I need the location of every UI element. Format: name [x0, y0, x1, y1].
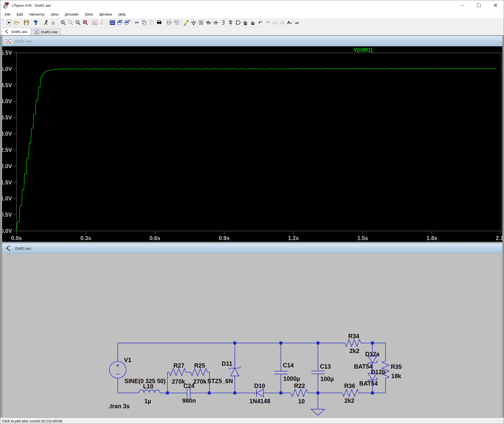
ground-button[interactable]: [190, 19, 197, 26]
label-D11-ref[interactable]: D11: [222, 361, 232, 367]
waveform-plot-area[interactable]: 5.5V5.0V4.5V4.0V3.5V3.0V2.5V2.0V1.5V1.0V…: [2, 46, 502, 242]
spice-directive-button[interactable]: .op: [293, 19, 301, 26]
halt-button[interactable]: [42, 19, 50, 26]
tile-button[interactable]: [109, 19, 116, 26]
label-R35-ref[interactable]: R35: [391, 364, 402, 370]
x-tick-label: 2.1s: [496, 235, 502, 241]
maximize-button[interactable]: [470, 0, 487, 10]
status-bar: Click to plot wire current I(C13)-I(R34): [0, 418, 504, 424]
label-R36-value[interactable]: 2k2: [344, 398, 355, 404]
label-R35-value[interactable]: 18k: [391, 373, 401, 379]
run-button[interactable]: [6, 19, 13, 26]
label-C24-ref[interactable]: C24: [183, 383, 194, 389]
menu-file[interactable]: File: [2, 12, 14, 16]
label-C14-ref[interactable]: C14: [283, 362, 294, 368]
label-R27-ref[interactable]: R27: [174, 362, 184, 368]
waveform-window: Draft1.raw 5.5V5.0V4.5V4.0V3.5V3.0V2.5V2…: [2, 36, 503, 242]
inductor-button[interactable]: [219, 19, 227, 26]
label-D12a-ref[interactable]: D12a: [365, 351, 380, 357]
label-R22-ref[interactable]: R22: [294, 383, 305, 389]
label-C13-ref[interactable]: C13: [320, 363, 331, 369]
label-V1-ref[interactable]: V1: [124, 357, 131, 363]
menu-tools[interactable]: Tools: [82, 12, 96, 16]
minimize-button[interactable]: [454, 0, 470, 10]
component-button[interactable]: [234, 19, 242, 26]
find-button[interactable]: [156, 19, 163, 26]
menu-edit[interactable]: Edit: [14, 12, 26, 16]
capacitor-button[interactable]: [212, 19, 219, 26]
label-button[interactable]: A: [197, 19, 205, 26]
cut-icon: ✂: [135, 20, 139, 25]
label-D12b-value[interactable]: BAT54: [359, 380, 378, 387]
zoom-in-button[interactable]: [59, 19, 67, 26]
copy-button[interactable]: [141, 19, 148, 26]
print-preview-button[interactable]: [173, 19, 180, 26]
label-icon: A: [198, 19, 204, 25]
toolbar-separator: [181, 19, 181, 25]
cascade-button[interactable]: [116, 19, 124, 26]
y-tick-label: 5.5V: [2, 50, 12, 56]
text-button[interactable]: Aa: [286, 19, 293, 26]
label-R34-value[interactable]: 2k2: [349, 348, 360, 354]
schematic-window-titlebar[interactable]: Draft1.asc: [2, 243, 502, 254]
open-icon: [14, 19, 19, 25]
label-C14-value[interactable]: 1000µ: [283, 375, 300, 382]
label-D10-value[interactable]: 1N4148: [249, 398, 270, 404]
zoom-out-button[interactable]: [74, 19, 82, 26]
tab-draft1.asc[interactable]: Draft1.asc: [1, 28, 31, 35]
menu-simulate[interactable]: Simulate: [62, 12, 82, 16]
open-button[interactable]: [13, 19, 20, 26]
app-logo-icon: [3, 2, 10, 9]
label-D12b-ref[interactable]: D12b: [371, 369, 386, 375]
schematic-canvas[interactable]: V1SINE(0 325 50)L101µR27270kR25270kC2498…: [2, 254, 502, 417]
diode-button[interactable]: [227, 19, 234, 26]
resistor-button[interactable]: [205, 19, 212, 26]
print-button[interactable]: [165, 19, 173, 26]
label-D11-value[interactable]: STZ5_6N: [207, 378, 233, 384]
menu-window[interactable]: Window: [96, 12, 115, 16]
label-L10-ref[interactable]: L10: [143, 383, 153, 389]
label-D10-ref[interactable]: D10: [254, 383, 265, 389]
trace-legend[interactable]: V(n001): [348, 47, 379, 53]
diode-icon: [228, 19, 234, 25]
junction: [233, 342, 236, 344]
move-icon: [243, 19, 249, 25]
undo-button[interactable]: ↶: [256, 19, 264, 26]
junction: [371, 342, 374, 344]
schematic-drawing: [2, 254, 502, 417]
menu-help[interactable]: Help: [115, 12, 129, 16]
ltspice-window: LTspice XVII - Draft1.asc FileEditHierar…: [0, 0, 504, 424]
drag-button[interactable]: [249, 19, 256, 26]
label-R36-ref[interactable]: R36: [344, 383, 355, 389]
wire-button[interactable]: [182, 19, 190, 26]
menu-view[interactable]: View: [48, 12, 61, 16]
label-C24-value[interactable]: 980n: [182, 398, 196, 404]
move-button[interactable]: [242, 19, 249, 26]
save-button[interactable]: [23, 19, 30, 26]
control-panel-button[interactable]: [32, 19, 40, 26]
label-L10-value[interactable]: 1µ: [144, 398, 151, 404]
cascade-arrange-button[interactable]: [124, 19, 131, 26]
label-R25-value[interactable]: 270k: [193, 378, 207, 385]
label-R27-value[interactable]: 270k: [172, 378, 185, 385]
label-R25-ref[interactable]: R25: [194, 362, 205, 368]
zoom-full-icon: [82, 19, 88, 25]
cut-button[interactable]: ✂: [133, 19, 141, 26]
spice-directive-text[interactable]: .tran 3s: [108, 403, 130, 409]
svg-text:.op: .op: [294, 21, 299, 24]
zoom-full-button[interactable]: [82, 19, 89, 26]
autorange-button[interactable]: [92, 19, 99, 26]
x-tick-label: 1.8s: [427, 235, 437, 241]
label-D12a-value[interactable]: BAT54: [354, 363, 372, 369]
close-button[interactable]: [487, 0, 504, 10]
toolbar-separator: [58, 19, 58, 25]
mdi-area: Draft1.raw 5.5V5.0V4.5V4.0V3.5V3.0V2.5V2…: [0, 35, 504, 418]
component-icon: [235, 19, 241, 25]
waveform-window-titlebar[interactable]: Draft1.raw: [2, 36, 502, 46]
label-R34-ref[interactable]: R34: [348, 333, 359, 339]
menu-hierarchy[interactable]: Hierarchy: [26, 12, 48, 16]
y-tick-label: 0.0V: [2, 228, 12, 234]
label-C13-value[interactable]: 100µ: [320, 376, 334, 382]
tab-draft1.raw[interactable]: Draft1.raw: [31, 28, 60, 35]
label-R22-value[interactable]: 10: [298, 398, 305, 405]
